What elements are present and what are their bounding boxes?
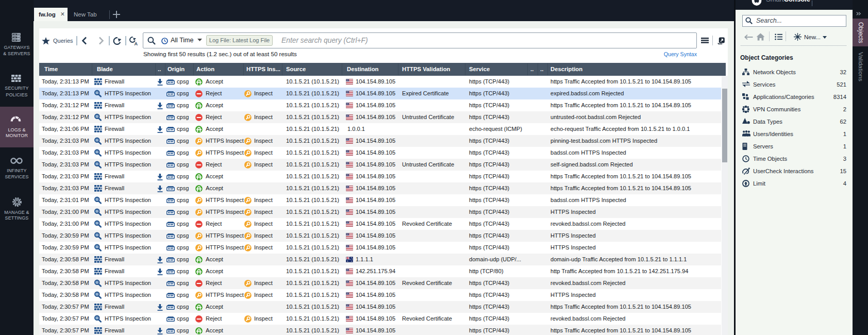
svg-text:01: 01	[96, 198, 99, 201]
svg-text:01: 01	[96, 234, 99, 237]
svg-text:01: 01	[96, 151, 99, 154]
svg-text:A: A	[135, 41, 138, 45]
svg-text:01: 01	[96, 246, 99, 248]
svg-text:01: 01	[96, 115, 99, 118]
svg-text:01: 01	[96, 222, 99, 225]
svg-text:01: 01	[96, 293, 99, 296]
svg-text:01: 01	[96, 317, 99, 320]
svg-text:01: 01	[96, 281, 99, 284]
svg-text:01: 01	[96, 210, 99, 213]
svg-text:01: 01	[96, 139, 99, 142]
svg-text:01: 01	[96, 163, 99, 165]
svg-text:01: 01	[96, 92, 99, 94]
